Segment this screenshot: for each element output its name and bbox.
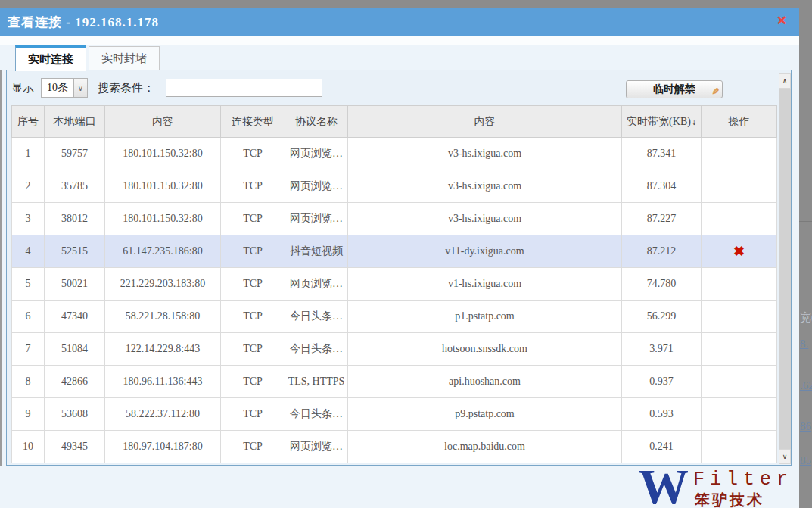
cell-type: TCP <box>221 333 285 366</box>
table-row[interactable]: 6 47340 58.221.28.158:80 TCP 今日头条… p1.ps… <box>12 301 777 333</box>
search-input[interactable] <box>166 79 322 97</box>
scroll-up-icon[interactable]: ∧ <box>779 73 791 89</box>
cell-protocol: 网页浏览… <box>285 203 348 235</box>
cell-no: 8 <box>12 366 45 398</box>
block-connection-icon[interactable]: ✖ <box>733 244 745 259</box>
cell-domain: v3-hs.ixigua.com <box>348 170 622 203</box>
cell-protocol: 今日头条… <box>285 301 348 333</box>
cell-bandwidth: 0.593 <box>622 398 702 431</box>
close-icon[interactable]: ✕ <box>776 13 787 29</box>
wfilter-logo: W Filter 笨驴技术 <box>636 464 799 508</box>
cell-bandwidth: 3.971 <box>622 333 702 366</box>
cell-port: 38012 <box>45 203 105 235</box>
cell-operation <box>702 138 777 170</box>
cell-operation <box>702 366 777 398</box>
table-row[interactable]: 1 59757 180.101.150.32:80 TCP 网页浏览… v3-h… <box>12 138 777 170</box>
cell-port: 42866 <box>45 366 105 398</box>
cell-operation <box>702 333 777 366</box>
table-row[interactable]: 7 51084 122.14.229.8:443 TCP 今日头条… hotso… <box>12 333 777 366</box>
cell-no: 10 <box>12 431 45 463</box>
table-row[interactable]: 5 50021 221.229.203.183:80 TCP 网页浏览… v1-… <box>12 268 777 301</box>
pencil-icon: ✎ <box>708 87 720 95</box>
cell-bandwidth: 87.304 <box>622 170 702 203</box>
cell-port: 53608 <box>45 398 105 431</box>
bandwidth-header-label: 实时带宽(KB) <box>627 116 691 127</box>
col-header-operation: 操作 <box>702 106 777 138</box>
background-page-fragment: .62 <box>800 379 812 392</box>
col-header-bandwidth[interactable]: 实时带宽(KB)↓ <box>622 106 702 138</box>
cell-peer: 180.101.150.32:80 <box>105 203 221 235</box>
temp-unban-label: 临时解禁 <box>653 83 695 95</box>
cell-type: TCP <box>221 268 285 301</box>
cell-peer: 58.222.37.112:80 <box>105 398 221 431</box>
cell-port: 49345 <box>45 431 105 463</box>
cell-no: 3 <box>12 203 45 235</box>
scroll-down-icon[interactable]: ∨ <box>779 449 791 464</box>
cell-domain: v11-dy.ixigua.com <box>348 235 622 268</box>
connections-panel: 显示 10条 ∨ 搜索条件： 临时解禁 ✎ 序号 本地端口 内容 <box>6 70 792 466</box>
cell-bandwidth: 0.937 <box>622 366 702 398</box>
cell-type: TCP <box>221 235 285 268</box>
table-row[interactable]: 3 38012 180.101.150.32:80 TCP 网页浏览… v3-h… <box>12 203 777 235</box>
cell-type: TCP <box>221 203 285 235</box>
cell-domain: v3-hs.ixigua.com <box>348 203 622 235</box>
table-row-selected[interactable]: 4 52515 61.147.235.186:80 TCP 抖音短视频 v11-… <box>12 235 777 268</box>
vertical-scrollbar[interactable]: ∧ ∨ <box>779 73 791 464</box>
cell-protocol: 今日头条… <box>285 398 348 431</box>
cell-domain: p9.pstatp.com <box>348 398 622 431</box>
cell-operation: ✖ <box>702 235 777 268</box>
cell-bandwidth: 0.241 <box>622 431 702 463</box>
cell-peer: 221.229.203.183:80 <box>105 268 221 301</box>
cell-protocol: 网页浏览… <box>285 268 348 301</box>
view-connections-dialog: 查看连接 - 192.168.1.178 ✕ 实时连接 实时封堵 显示 10条 … <box>0 8 799 508</box>
col-header-protocol: 协议名称 <box>285 106 348 138</box>
cell-domain: v1-hs.ixigua.com <box>348 268 622 301</box>
cell-domain: v3-hs.ixigua.com <box>348 138 622 170</box>
cell-no: 7 <box>12 333 45 366</box>
cell-no: 1 <box>12 138 45 170</box>
cell-type: TCP <box>221 431 285 463</box>
background-page-fragment: 宽( <box>800 310 812 325</box>
cell-no: 4 <box>12 235 45 268</box>
tab-realtime-blocking[interactable]: 实时封堵 <box>89 46 160 70</box>
cell-port: 59757 <box>45 138 105 170</box>
cell-peer: 58.221.28.158:80 <box>105 301 221 333</box>
cell-bandwidth: 87.212 <box>622 235 702 268</box>
cell-peer: 180.96.11.136:443 <box>105 366 221 398</box>
cell-bandwidth: 56.299 <box>622 301 702 333</box>
chevron-down-icon[interactable]: ∨ <box>73 79 87 97</box>
tab-realtime-connections[interactable]: 实时连接 <box>15 45 86 71</box>
cell-domain: p1.pstatp.com <box>348 301 622 333</box>
cell-protocol: TLS, HTTPS <box>285 366 348 398</box>
dialog-title: 查看连接 - 192.168.1.178 <box>8 14 159 31</box>
wfilter-logo-brand: 笨驴技术 <box>695 490 764 508</box>
cell-protocol: 抖音短视频 <box>285 235 348 268</box>
cell-port: 50021 <box>45 268 105 301</box>
table-row[interactable]: 2 35785 180.101.150.32:80 TCP 网页浏览… v3-h… <box>12 170 777 203</box>
col-header-conn-type: 连接类型 <box>221 106 285 138</box>
cell-domain: hotsoon.snssdk.com <box>348 333 622 366</box>
table-row[interactable]: 8 42866 180.96.11.136:443 TCP TLS, HTTPS… <box>12 366 777 398</box>
col-header-peer-content: 内容 <box>105 106 221 138</box>
cell-peer: 180.97.104.187:80 <box>105 431 221 463</box>
cell-type: TCP <box>221 301 285 333</box>
cell-domain: loc.map.baidu.com <box>348 431 622 463</box>
cell-operation <box>702 170 777 203</box>
col-header-local-port: 本地端口 <box>45 106 105 138</box>
col-header-no: 序号 <box>12 106 45 138</box>
temp-unban-button[interactable]: 临时解禁 ✎ <box>626 80 723 98</box>
page-size-select[interactable]: 10条 ∨ <box>41 78 88 98</box>
col-header-domain-content: 内容 <box>348 106 622 138</box>
background-page-fragment: 8. <box>800 338 808 351</box>
modal-backdrop-top <box>0 0 812 8</box>
wfilter-logo-filter: Filter <box>693 469 793 491</box>
connections-table: 序号 本地端口 内容 连接类型 协议名称 内容 实时带宽(KB)↓ 操作 1 5… <box>11 105 777 463</box>
cell-operation <box>702 431 777 463</box>
cell-protocol: 今日头条… <box>285 333 348 366</box>
tab-bar: 实时连接 实时封堵 <box>15 45 162 71</box>
cell-protocol: 网页浏览… <box>285 431 348 463</box>
background-page-fragment: 85 <box>800 454 811 467</box>
background-page-divider <box>799 221 812 222</box>
table-row[interactable]: 9 53608 58.222.37.112:80 TCP 今日头条… p9.ps… <box>12 398 777 431</box>
table-row[interactable]: 10 49345 180.97.104.187:80 TCP 网页浏览… loc… <box>12 431 777 463</box>
